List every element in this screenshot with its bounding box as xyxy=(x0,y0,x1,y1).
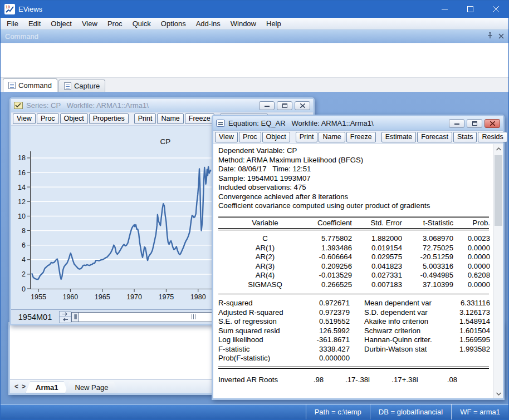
spacer xyxy=(350,308,364,318)
page-tab-new-page[interactable]: New Page xyxy=(65,382,119,393)
sample-start-label: 1954M01 xyxy=(11,313,59,322)
series-toolbar-view[interactable]: View xyxy=(13,113,36,124)
page-tab-arma1[interactable]: Arma1 xyxy=(26,382,68,393)
svg-text:4: 4 xyxy=(22,256,26,264)
equation-toolbar-print[interactable]: Print xyxy=(296,132,318,142)
equation-toolbar-estimate[interactable]: Estimate xyxy=(381,132,417,142)
equation-toolbar-object[interactable]: Object xyxy=(262,132,290,142)
scroll-down-icon[interactable] xyxy=(494,389,503,398)
slider-center-grip[interactable] xyxy=(192,313,195,322)
pin-icon[interactable] xyxy=(487,32,493,41)
stat-label: Akaike info criterion xyxy=(364,317,459,327)
equation-toolbar-stats[interactable]: Stats xyxy=(453,132,477,142)
tab-command-label: Command xyxy=(18,81,52,90)
stat-label: Log likelihood xyxy=(218,335,306,345)
page-tab-label: New Page xyxy=(75,383,109,392)
menu-item-view[interactable]: View xyxy=(77,18,102,29)
coef-cell: 0.0000 xyxy=(454,262,491,271)
menu-item-window[interactable]: Window xyxy=(226,18,261,29)
equation-toolbar-proc[interactable]: Proc xyxy=(239,132,261,142)
coef-cell: SIGMASQ xyxy=(218,280,312,290)
series-window-title: Series: CP Workfile: ARMA1::Arma1\ xyxy=(26,101,149,110)
series-minimize-icon[interactable] xyxy=(259,101,275,110)
stat-label: Mean dependent var xyxy=(364,299,459,308)
spacer xyxy=(350,299,364,308)
slider-left-handle[interactable] xyxy=(72,313,79,322)
stats-row: F-statistic3338.427Durbin-Watson stat1.9… xyxy=(218,345,490,354)
series-titlebar[interactable]: Series: CP Workfile: ARMA1::Arma1\ xyxy=(11,99,313,112)
summary-stats-table: R-squared0.972671Mean dependent var6.331… xyxy=(218,299,490,363)
equation-minimize-icon[interactable] xyxy=(449,119,464,128)
page-tab-scroll-left-icon[interactable]: < xyxy=(14,383,18,391)
minimize-icon[interactable] xyxy=(432,1,457,18)
equation-close-icon[interactable] xyxy=(484,119,500,128)
command-close-icon[interactable] xyxy=(498,32,504,41)
equation-titlebar[interactable]: Equation: EQ_AR Workfile: ARMA1::Arma1\ xyxy=(213,116,503,131)
svg-text:8: 8 xyxy=(22,227,26,235)
menu-item-file[interactable]: File xyxy=(2,18,23,29)
coef-cell: 3.068970 xyxy=(403,234,454,244)
coef-cell: 5.775802 xyxy=(312,234,353,244)
series-toolbar-proc[interactable]: Proc xyxy=(37,113,59,124)
menu-item-quick[interactable]: Quick xyxy=(128,18,156,29)
rule xyxy=(218,228,489,230)
tab-capture[interactable]: Capture xyxy=(58,80,105,92)
maximize-icon[interactable] xyxy=(457,1,483,18)
tab-command[interactable]: Command xyxy=(3,78,57,92)
menu-item-options[interactable]: Options xyxy=(156,18,191,29)
stat-value: 6.331116 xyxy=(459,299,490,308)
series-toolbar-print[interactable]: Print xyxy=(134,113,156,124)
stat-value: -361.8671 xyxy=(306,335,350,345)
status-segment: Path = c:\temp xyxy=(306,404,370,419)
main-titlebar[interactable]: 10 EViews xyxy=(1,1,508,18)
series-toolbar-freeze[interactable]: Freeze xyxy=(185,113,214,124)
svg-text:1965: 1965 xyxy=(95,293,110,301)
series-toolbar-properties[interactable]: Properties xyxy=(89,113,129,124)
step-forward-icon[interactable] xyxy=(60,312,71,318)
equation-toolbar-resids[interactable]: Resids xyxy=(478,132,507,142)
equation-toolbar-freeze[interactable]: Freeze xyxy=(346,132,376,142)
equation-toolbar-name[interactable]: Name xyxy=(319,132,345,142)
equation-toolbar-forecast[interactable]: Forecast xyxy=(417,132,452,142)
stat-label xyxy=(364,354,459,363)
menu-item-addins[interactable]: Add-ins xyxy=(191,18,226,29)
coef-col-header: t-Statistic xyxy=(403,219,454,228)
coef-cell: 0.027331 xyxy=(353,271,403,280)
series-restore-icon[interactable] xyxy=(277,101,292,110)
coef-col-header: Prob. xyxy=(454,219,491,228)
equation-window[interactable]: Equation: EQ_AR Workfile: ARMA1::Arma1\ … xyxy=(212,115,505,400)
stat-label: Prob(F-statistic) xyxy=(218,354,306,363)
menu-item-object[interactable]: Object xyxy=(46,18,77,29)
equation-toolbar-view[interactable]: View xyxy=(215,132,238,142)
command-input[interactable] xyxy=(1,43,508,77)
coef-cell: 0.029575 xyxy=(353,253,403,262)
command-panel-header[interactable]: Command xyxy=(1,29,508,43)
series-toolbar-object[interactable]: Object xyxy=(60,113,88,124)
series-toolbar-name[interactable]: Name xyxy=(157,113,183,124)
coef-col-header: Variable xyxy=(218,219,312,228)
step-back-icon[interactable] xyxy=(60,317,71,323)
rule xyxy=(218,367,489,369)
coef-cell: AR(2) xyxy=(218,253,312,262)
summary-line: Dependent Variable: CP xyxy=(218,146,490,156)
svg-text:10: 10 xyxy=(18,213,26,220)
scrollbar-thumb[interactable] xyxy=(495,155,502,226)
table-row: AR(4)-0.0135290.027331-0.4949850.6208 xyxy=(218,271,490,280)
scroll-up-icon[interactable] xyxy=(494,144,503,154)
stat-value xyxy=(459,354,490,363)
app-title: EViews xyxy=(18,5,42,13)
coef-cell: 0.0000 xyxy=(454,280,491,290)
menu-item-proc[interactable]: Proc xyxy=(102,18,128,29)
vertical-scrollbar[interactable] xyxy=(493,144,503,398)
menu-item-help[interactable]: Help xyxy=(261,18,286,29)
series-close-icon[interactable] xyxy=(295,101,310,110)
coef-cell: 5.003316 xyxy=(403,262,454,271)
menu-item-edit[interactable]: Edit xyxy=(23,18,46,29)
stats-row: S.E. of regression0.519552Akaike info cr… xyxy=(218,317,490,327)
close-icon[interactable] xyxy=(483,1,508,18)
stat-label: Hannan-Quinn criter. xyxy=(364,335,459,345)
sample-step-buttons[interactable] xyxy=(59,311,71,323)
summary-line: Sample: 1954M01 1993M07 xyxy=(218,174,490,184)
equation-restore-icon[interactable] xyxy=(467,119,482,128)
page-tab-scroll-right-icon[interactable]: > xyxy=(22,383,26,391)
